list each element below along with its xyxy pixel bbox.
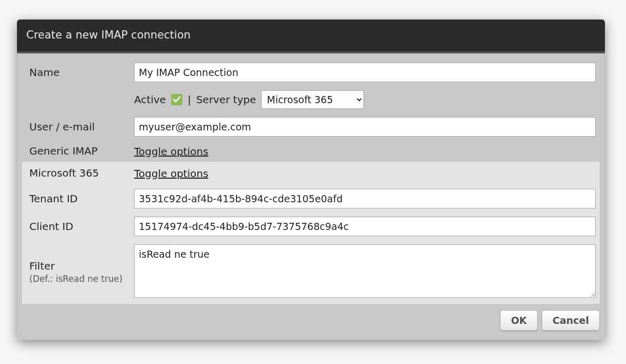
cancel-button[interactable]: Cancel bbox=[542, 310, 600, 331]
label-filter-note: (Def.: isRead ne true) bbox=[29, 274, 131, 284]
checkmark-icon bbox=[173, 95, 181, 104]
ok-button[interactable]: OK bbox=[500, 310, 538, 331]
separator: | bbox=[188, 93, 191, 106]
label-client-id: Client ID bbox=[22, 213, 134, 240]
form-table: Name Active bbox=[22, 59, 600, 304]
label-ms365: Microsoft 365 bbox=[22, 162, 134, 185]
dialog-title: Create a new IMAP connection bbox=[17, 20, 605, 53]
dialog-footer: OK Cancel bbox=[17, 306, 605, 340]
label-active: Active bbox=[134, 93, 166, 106]
label-filter: Filter bbox=[29, 260, 55, 272]
server-type-select[interactable]: Microsoft 365 bbox=[261, 90, 364, 109]
label-name: Name bbox=[22, 59, 134, 86]
filter-textarea[interactable] bbox=[134, 244, 596, 298]
user-email-input[interactable] bbox=[134, 117, 596, 137]
label-server-type: Server type bbox=[196, 93, 256, 106]
generic-imap-toggle-link[interactable]: Toggle options bbox=[134, 145, 208, 158]
dialog-body: Name Active bbox=[17, 53, 605, 306]
active-servertype-row: Active | Server type Microsoft 365 bbox=[134, 90, 596, 109]
name-input[interactable] bbox=[134, 63, 596, 82]
active-checkbox[interactable] bbox=[171, 94, 182, 105]
tenant-id-input[interactable] bbox=[134, 189, 596, 208]
label-generic-imap: Generic IMAP bbox=[22, 141, 134, 162]
label-user-email: User / e-mail bbox=[22, 113, 134, 141]
imap-connection-dialog: Create a new IMAP connection Name Active bbox=[17, 20, 605, 340]
client-id-input[interactable] bbox=[134, 217, 596, 236]
label-tenant-id: Tenant ID bbox=[22, 185, 134, 213]
ms365-toggle-link[interactable]: Toggle options bbox=[134, 167, 208, 180]
